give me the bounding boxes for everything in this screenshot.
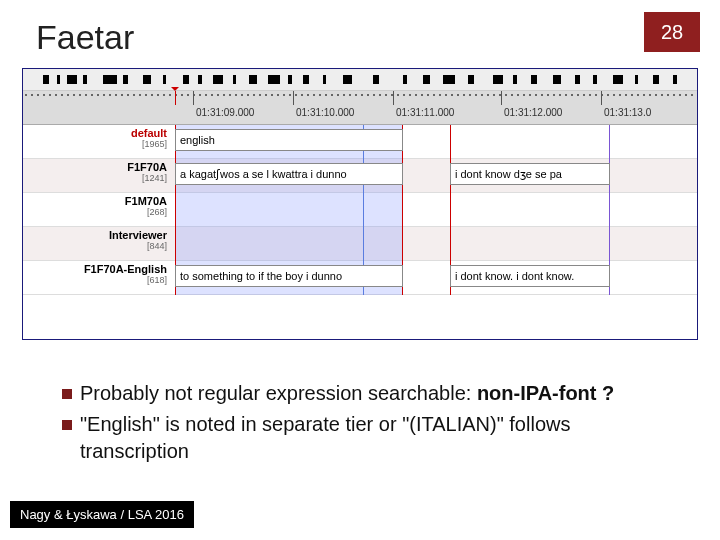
time-ruler[interactable]: 01:31:09.00001:31:10.00001:31:11.00001:3… — [23, 91, 697, 125]
ruler-ticks — [23, 94, 697, 96]
bullet-item: Probably not regular expression searchab… — [62, 380, 662, 407]
page-number: 28 — [661, 21, 683, 44]
annotation-segment[interactable]: i dont know. i dont know. — [450, 265, 610, 287]
ruler-timestamp: 01:31:10.000 — [296, 107, 354, 118]
tier-label[interactable]: F1M70A[268] — [23, 193, 173, 226]
tier-label[interactable]: F1F70A-English[618] — [23, 261, 173, 294]
ruler-timestamp: 01:31:12.000 — [504, 107, 562, 118]
annotation-segment[interactable]: english — [175, 129, 403, 151]
playhead-marker[interactable] — [175, 91, 176, 105]
slide: Faetar 28 01:31:09.00001:31 — [0, 0, 720, 540]
bullet-icon — [62, 389, 72, 399]
ruler-timestamp: 01:31:09.000 — [196, 107, 254, 118]
tier-lane[interactable] — [173, 227, 697, 260]
bullet-text: Probably not regular expression searchab… — [80, 380, 614, 407]
tier-lane[interactable]: to something to if the boy i dunnoi dont… — [173, 261, 697, 294]
tier-lane[interactable] — [173, 193, 697, 226]
bullet-list: Probably not regular expression searchab… — [62, 380, 662, 469]
tier-area: default[1965]englishF1F70A[1241]a kagatʃ… — [23, 125, 697, 295]
slide-title: Faetar — [36, 18, 134, 57]
tier-lane[interactable]: english — [173, 125, 697, 158]
annotation-segment[interactable]: a kagatʃwos a se l kwattra i dunno — [175, 163, 403, 185]
ruler-timestamp: 01:31:11.000 — [396, 107, 454, 118]
tier-row[interactable]: F1F70A-English[618]to something to if th… — [23, 261, 697, 295]
tier-row[interactable]: F1F70A[1241]a kagatʃwos a se l kwattra i… — [23, 159, 697, 193]
tier-label[interactable]: Interviewer[844] — [23, 227, 173, 260]
tier-row[interactable]: default[1965]english — [23, 125, 697, 159]
tier-label[interactable]: F1F70A[1241] — [23, 159, 173, 192]
tier-lane[interactable]: a kagatʃwos a se l kwattra i dunnoi dont… — [173, 159, 697, 192]
citation-box: Nagy & Łyskawa / LSA 2016 — [10, 501, 194, 528]
annotation-segment[interactable]: to something to if the boy i dunno — [175, 265, 403, 287]
bullet-text: "English" is noted in separate tier or "… — [80, 411, 662, 465]
page-number-box: 28 — [644, 12, 700, 52]
tier-label[interactable]: default[1965] — [23, 125, 173, 158]
elan-screenshot: 01:31:09.00001:31:10.00001:31:11.00001:3… — [22, 68, 698, 340]
bullet-item: "English" is noted in separate tier or "… — [62, 411, 662, 465]
tier-row[interactable]: F1M70A[268] — [23, 193, 697, 227]
ruler-timestamp: 01:31:13.0 — [604, 107, 651, 118]
waveform-strip — [23, 69, 697, 91]
annotation-segment[interactable]: i dont know dʒe se pa — [450, 163, 610, 185]
tier-row[interactable]: Interviewer[844] — [23, 227, 697, 261]
bullet-icon — [62, 420, 72, 430]
